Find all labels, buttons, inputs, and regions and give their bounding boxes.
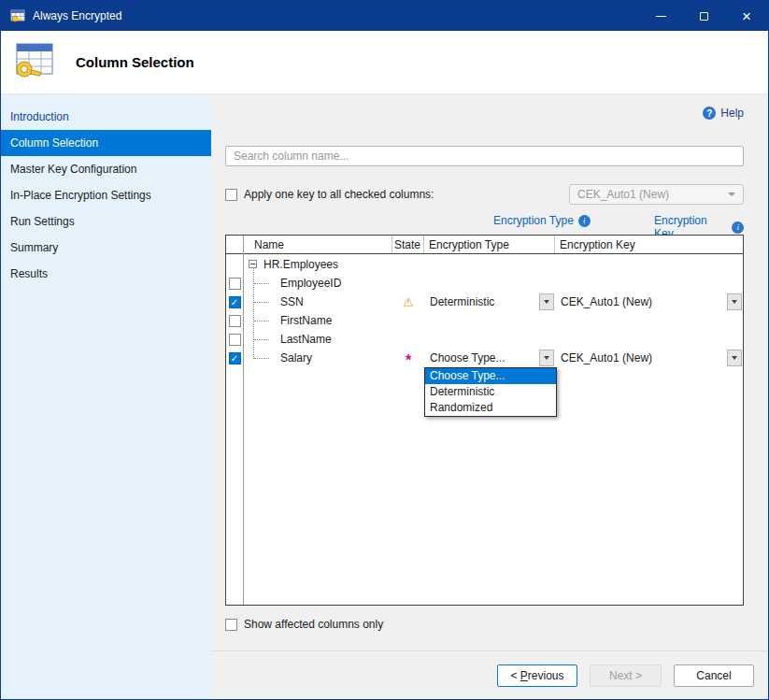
cek-combo[interactable]: CEK_Auto1 (New)	[569, 184, 744, 205]
dropdown-arrow-button[interactable]	[539, 293, 554, 310]
column-links-row: Encryption Type i Encryption Key i	[225, 214, 744, 228]
sidebar-item-results[interactable]: Results	[1, 261, 211, 287]
maximize-icon	[700, 12, 708, 21]
apply-key-label: Apply one key to all checked columns:	[244, 188, 434, 201]
titlebar: Always Encrypted ×	[1, 1, 768, 31]
triangle-down-icon	[544, 356, 549, 360]
show-affected-label: Show affected columns only	[244, 618, 383, 631]
dropdown-item[interactable]: Deterministic	[425, 384, 556, 400]
row-name: SSN	[280, 295, 304, 308]
page-header: Column Selection	[1, 31, 768, 94]
header-encryption-key: Encryption Key	[555, 236, 743, 253]
table-row: ✓ SSN ⚠ Deterministic CEK_Auto1 (New)	[226, 293, 743, 311]
table-row: HR.Employees	[226, 255, 743, 274]
cancel-button[interactable]: Cancel	[674, 664, 754, 687]
triangle-down-icon	[732, 356, 737, 360]
table-row: ✓ Salary * Choose Type... CEK_Auto1 (New…	[226, 349, 743, 367]
search-input[interactable]	[225, 146, 744, 166]
header-name: Name	[243, 236, 392, 253]
window-controls: ×	[639, 1, 768, 31]
cek-combo-value: CEK_Auto1 (New)	[577, 188, 669, 201]
dropdown-item[interactable]: Randomized	[425, 400, 556, 416]
columns-grid: Name State Encryption Type Encryption Ke…	[225, 235, 744, 606]
encryption-type-combo[interactable]: Deterministic	[424, 293, 555, 311]
wizard-sidebar: Introduction Column Selection Master Key…	[1, 94, 211, 699]
row-checkbox[interactable]	[229, 278, 241, 290]
row-name: Salary	[280, 351, 312, 364]
table-row: EmployeeID	[226, 274, 743, 293]
always-encrypted-window: Always Encrypted × Column Selection	[0, 0, 769, 700]
minimize-icon	[656, 16, 666, 17]
close-icon: ×	[742, 8, 751, 24]
help-icon: ?	[703, 107, 716, 120]
sidebar-item-in-place-encryption-settings[interactable]: In-Place Encryption Settings	[1, 182, 211, 208]
apply-key-checkbox[interactable]	[225, 189, 237, 201]
info-icon: i	[732, 221, 744, 234]
close-button[interactable]: ×	[725, 1, 768, 31]
dropdown-item[interactable]: Choose Type...	[425, 368, 556, 384]
encryption-type-link[interactable]: Encryption Type i	[493, 214, 591, 227]
header-state: State	[392, 236, 424, 253]
triangle-down-icon	[544, 300, 549, 304]
help-label: Help	[720, 107, 744, 120]
help-link[interactable]: ? Help	[225, 104, 744, 122]
grid-header: Name State Encryption Type Encryption Ke…	[226, 236, 743, 254]
encryption-key-combo[interactable]: CEK_Auto1 (New)	[555, 293, 743, 311]
row-checkbox[interactable]: ✓	[229, 296, 241, 308]
dropdown-arrow-button[interactable]	[727, 293, 742, 310]
required-icon: *	[406, 356, 411, 365]
row-name: FirstName	[280, 314, 332, 327]
apply-key-row: Apply one key to all checked columns: CE…	[225, 184, 744, 205]
row-checkbox[interactable]	[229, 315, 241, 327]
next-button: Next >	[590, 664, 662, 687]
chevron-down-icon	[728, 193, 735, 196]
grid-body: HR.Employees EmployeeID	[226, 255, 743, 605]
row-name: LastName	[280, 333, 332, 346]
window-title: Always Encrypted	[33, 9, 121, 22]
sidebar-item-column-selection[interactable]: Column Selection	[1, 130, 211, 156]
collapse-expander-icon[interactable]	[249, 260, 257, 268]
sidebar-item-master-key-configuration[interactable]: Master Key Configuration	[1, 156, 211, 182]
encryption-type-combo[interactable]: Choose Type...	[424, 349, 555, 367]
column-selection-icon	[12, 42, 57, 83]
dropdown-arrow-button[interactable]	[539, 350, 554, 366]
footer: < Previous Next > Cancel	[211, 650, 768, 699]
previous-button[interactable]: < Previous	[497, 664, 577, 687]
table-row: LastName	[226, 330, 743, 349]
minimize-button[interactable]	[639, 1, 682, 31]
header-checkbox-column	[226, 236, 243, 253]
show-affected-row: Show affected columns only	[225, 618, 744, 631]
header-encryption-type: Encryption Type	[424, 236, 555, 253]
maximize-button[interactable]	[682, 1, 725, 31]
sidebar-item-introduction[interactable]: Introduction	[1, 104, 211, 130]
row-name: HR.Employees	[263, 258, 338, 271]
show-affected-checkbox[interactable]	[225, 619, 237, 631]
triangle-down-icon	[732, 300, 737, 304]
encryption-key-combo[interactable]: CEK_Auto1 (New)	[555, 349, 743, 367]
warning-icon: ⚠	[403, 296, 414, 308]
row-checkbox[interactable]: ✓	[229, 352, 241, 364]
row-name: EmployeeID	[280, 277, 341, 290]
sidebar-item-run-settings[interactable]: Run Settings	[1, 208, 211, 235]
dropdown-arrow-button[interactable]	[727, 350, 742, 366]
encryption-type-dropdown: Choose Type... Deterministic Randomized	[424, 367, 557, 417]
sidebar-item-summary[interactable]: Summary	[1, 235, 211, 261]
page-title: Column Selection	[76, 54, 194, 70]
table-row: FirstName	[226, 311, 743, 330]
main-panel: ? Help Apply one key to all checked colu…	[211, 94, 768, 699]
info-icon: i	[578, 215, 591, 227]
app-icon	[10, 8, 25, 23]
row-checkbox[interactable]	[229, 334, 241, 346]
